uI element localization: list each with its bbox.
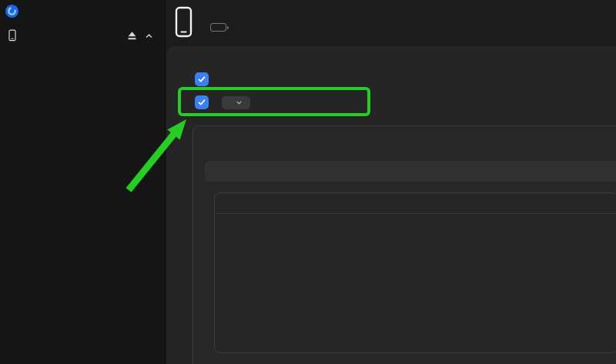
battery-icon (210, 23, 229, 32)
movies-listbox (214, 192, 616, 353)
search-field (205, 161, 616, 182)
main-panel (166, 46, 616, 364)
apple-devices-app-icon (5, 4, 19, 18)
movies-list-header (215, 193, 616, 214)
chevron-up-icon[interactable] (144, 31, 154, 41)
auto-include-dropdown[interactable] (222, 96, 250, 109)
sidebar-device-row[interactable] (0, 24, 165, 47)
sync-movies-row (195, 72, 214, 86)
chevron-down-icon (235, 99, 243, 107)
app-header (0, 1, 165, 21)
auto-include-row (195, 95, 259, 110)
auto-include-checkbox[interactable] (195, 95, 209, 109)
iphone-icon (7, 28, 18, 42)
device-header (166, 0, 616, 46)
eject-icon[interactable] (126, 29, 139, 42)
sidebar (0, 0, 166, 364)
iphone-icon-large (175, 6, 192, 38)
search-input[interactable] (205, 161, 616, 182)
movies-subpanel (192, 125, 616, 364)
sync-movies-checkbox[interactable] (195, 72, 209, 86)
